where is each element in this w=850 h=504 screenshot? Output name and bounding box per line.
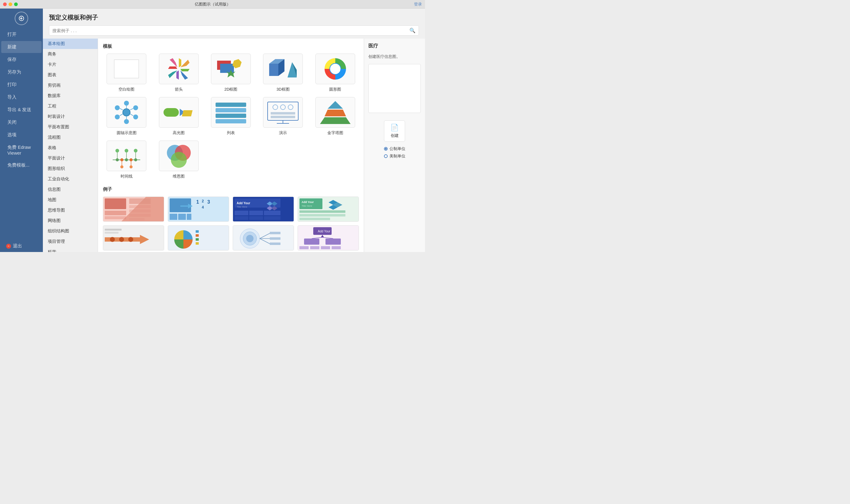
category-item-graphic-org[interactable]: 图形组织	[43, 163, 98, 174]
svg-line-25	[120, 114, 123, 116]
category-item-science[interactable]: 科学	[43, 247, 98, 252]
search-icon[interactable]: 🔍	[410, 28, 416, 33]
category-list: 基本绘图 商务 卡片 图表 剪切画 数据库 工程 时装设计 平面布置图 流程图 …	[43, 39, 98, 252]
sidebar-item-new[interactable]: 新建	[1, 41, 42, 53]
panel-description: 创建医疗信息图。	[368, 54, 421, 60]
maximize-button[interactable]	[14, 2, 18, 6]
category-item-table[interactable]: 表格	[43, 143, 98, 153]
category-item-card[interactable]: 卡片	[43, 59, 98, 70]
svg-text:4: 4	[202, 205, 204, 210]
close-button[interactable]	[3, 2, 7, 6]
content-header: 预定义模板和例子 🔍	[43, 8, 425, 39]
template-presentation[interactable]: 演示	[259, 97, 307, 136]
right-panel: 医疗 创建医疗信息图。 📄 创建 公制单位	[364, 39, 425, 252]
sidebar-item-export[interactable]: 导出 & 发送	[1, 104, 42, 116]
template-timeline[interactable]: 时间线	[103, 141, 150, 179]
svg-rect-77	[187, 214, 192, 220]
template-name-venn: 维恩图	[173, 174, 185, 179]
templates-section-label: 模板	[103, 43, 359, 49]
category-item-network[interactable]: 网络图	[43, 216, 98, 226]
example-thumb-5	[103, 226, 164, 250]
sidebar-item-free-viewer[interactable]: 免费 Edraw Viewer	[1, 142, 42, 159]
sidebar-item-options[interactable]: 选项	[1, 129, 42, 141]
minimize-button[interactable]	[8, 2, 12, 6]
category-item-flowchart[interactable]: 流程图	[43, 132, 98, 143]
svg-line-19	[130, 108, 133, 110]
svg-text:1: 1	[196, 199, 199, 204]
example-item-1[interactable]	[103, 197, 164, 222]
sidebar-item-free-templates[interactable]: 免费模板...	[1, 159, 42, 171]
template-name-timeline: 时间线	[121, 174, 132, 179]
svg-point-22	[124, 119, 129, 124]
panel-title: 医疗	[368, 43, 421, 49]
template-name-pyramid: 金字塔图	[327, 130, 343, 136]
sidebar-item-exit[interactable]: − 退出	[0, 240, 43, 252]
category-item-business[interactable]: 商务	[43, 49, 98, 59]
template-blank[interactable]: 空白绘图	[103, 54, 150, 92]
sidebar-item-import[interactable]: 导入	[1, 91, 42, 103]
sidebar-item-save[interactable]: 保存	[1, 54, 42, 66]
template-3d-frame[interactable]: 3D框图	[259, 54, 307, 92]
category-item-mindmap[interactable]: 思维导图	[43, 205, 98, 216]
example-item-3[interactable]: Add Your Title Here	[233, 197, 294, 222]
svg-marker-44	[325, 110, 346, 116]
sidebar-item-close[interactable]: 关闭	[1, 116, 42, 128]
back-button[interactable]	[15, 12, 28, 25]
category-item-infographic[interactable]: 信息图	[43, 184, 98, 195]
category-item-fashion[interactable]: 时装设计	[43, 111, 98, 122]
template-list[interactable]: 列表	[207, 97, 254, 136]
category-item-flat-design[interactable]: 平面设计	[43, 153, 98, 163]
titlebar: 亿图图示（试用版） 登录	[0, 0, 425, 8]
unit-option-metric[interactable]: 公制单位	[384, 146, 405, 151]
login-link[interactable]: 登录	[414, 2, 422, 7]
category-item-basic[interactable]: 基本绘图	[43, 39, 98, 49]
sidebar-item-print[interactable]: 打印	[1, 79, 42, 91]
template-name-2d-frame: 2D框图	[224, 87, 238, 92]
template-pyramid[interactable]: 金字塔图	[312, 97, 359, 136]
svg-rect-113	[196, 238, 199, 241]
category-item-engineering[interactable]: 工程	[43, 101, 98, 111]
sidebar-item-save-as[interactable]: 另存为	[1, 66, 42, 78]
template-thumb-list	[211, 97, 251, 128]
template-arrow[interactable]: 箭头	[155, 54, 202, 92]
template-circle[interactable]: 圆形图	[312, 54, 359, 92]
search-input[interactable]	[52, 28, 407, 33]
exit-label: 退出	[13, 243, 22, 249]
sidebar-item-open[interactable]: 打开	[1, 29, 42, 40]
svg-rect-66	[105, 211, 126, 215]
template-thumb-highlight	[159, 97, 199, 128]
create-label: 创建	[391, 133, 399, 139]
svg-point-20	[133, 114, 138, 120]
example-item-7[interactable]	[233, 226, 294, 250]
example-item-4[interactable]: Add Your Title Here	[297, 197, 359, 222]
unit-label-metric: 公制单位	[390, 146, 405, 151]
category-item-floor-plan[interactable]: 平面布置图	[43, 122, 98, 132]
category-item-chart[interactable]: 图表	[43, 70, 98, 80]
category-item-industrial[interactable]: 工业自动化	[43, 174, 98, 184]
template-thumb-venn	[159, 141, 199, 171]
create-button[interactable]: 📄 创建	[384, 120, 405, 142]
template-venn[interactable]: 维恩图	[155, 141, 202, 179]
category-item-database[interactable]: 数据库	[43, 91, 98, 101]
templates-grid: 空白绘图	[103, 54, 359, 179]
svg-point-106	[119, 237, 124, 242]
unit-option-imperial[interactable]: 美制单位	[384, 154, 405, 159]
example-item-6[interactable]	[168, 226, 229, 250]
example-item-2[interactable]: 1 2 3 4	[168, 197, 229, 222]
svg-point-16	[124, 101, 129, 106]
category-item-clip[interactable]: 剪切画	[43, 80, 98, 91]
category-item-org-chart[interactable]: 组织结构图	[43, 226, 98, 236]
svg-marker-126	[321, 235, 324, 237]
template-thumb-blank	[107, 54, 146, 84]
template-highlight[interactable]: 高光图	[155, 97, 202, 136]
category-item-project[interactable]: 项目管理	[43, 236, 98, 247]
category-item-map[interactable]: 地图	[43, 195, 98, 205]
example-item-5[interactable]	[103, 226, 164, 250]
template-radial[interactable]: 圆辐示意图	[103, 97, 150, 136]
template-2d-frame[interactable]: 2D框图	[207, 54, 254, 92]
sidebar: 打开 新建 保存 另存为 打印 导入 导出 & 发送 关闭 选项 免费 Edra…	[0, 8, 43, 252]
example-item-8[interactable]: Add Your	[297, 226, 359, 250]
svg-rect-33	[216, 113, 246, 118]
svg-rect-67	[105, 216, 126, 219]
template-thumb-presentation	[263, 97, 303, 128]
